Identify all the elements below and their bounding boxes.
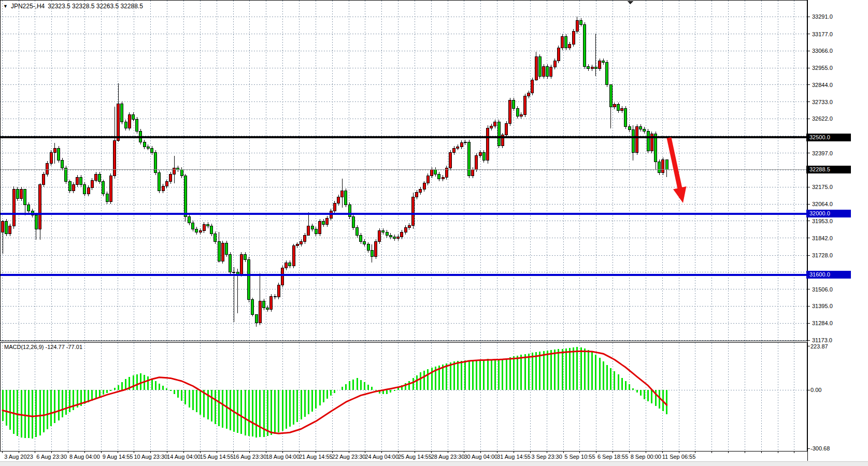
- chart-shift-marker[interactable]: [627, 1, 633, 4]
- time-axis-label: 11 Sep 06:55: [662, 453, 696, 460]
- symbol-dropdown-icon[interactable]: ▼: [3, 4, 8, 9]
- price-axis-label: 33177.0: [812, 31, 833, 38]
- time-axis-label: 3 Sep 23:30: [532, 453, 562, 460]
- price-axis-label: 32955.0: [812, 64, 833, 71]
- price-axis-label: 31842.0: [812, 235, 833, 242]
- time-axis-label: 18 Aug 04:00: [266, 453, 300, 460]
- time-axis-label: 31 Aug 14:55: [497, 453, 531, 460]
- trading-chart-window: ▼ JPN225-,H4 32323.5 32328.5 32263.5 322…: [0, 0, 868, 466]
- chart-canvas[interactable]: [0, 0, 868, 466]
- macd-axis-label: -300.68: [810, 445, 830, 452]
- bottom-strip: [0, 461, 868, 466]
- macd-axis-label: 223.87: [810, 343, 828, 350]
- price-axis-label: 31506.0: [812, 286, 833, 293]
- price-axis-label: 32064.0: [812, 200, 833, 208]
- time-axis-label: 8 Sep 00:00: [631, 453, 661, 460]
- time-axis-label: 24 Aug 04:00: [365, 453, 399, 460]
- macd-axis-label: 0.00: [810, 386, 821, 394]
- time-axis-label: 25 Aug 14:55: [398, 453, 432, 460]
- time-axis-label: 16 Aug 23:30: [233, 453, 266, 460]
- time-axis-label: 9 Aug 14:55: [103, 453, 133, 460]
- price-tag-32500.0: 32500.0: [806, 134, 851, 141]
- price-axis-label: 32622.0: [812, 115, 833, 122]
- grid: [0, 1, 807, 451]
- time-axis-label: 6 Sep 18:55: [597, 453, 628, 460]
- time-axis-label: 28 Aug 23:30: [431, 453, 465, 460]
- macd-indicator-label: MACD(12,26,9) -124.77 -77.01: [4, 344, 82, 350]
- symbol-period-label: JPN225-,H4: [11, 3, 45, 10]
- price-axis-label: 31395.0: [812, 302, 833, 310]
- time-axis-label: 21 Aug 14:55: [299, 453, 333, 460]
- time-axis-label: 6 Aug 23:30: [36, 453, 67, 460]
- time-axis-label: 14 Aug 04:00: [167, 453, 201, 460]
- price-axis-label: 32844.0: [812, 81, 833, 89]
- time-axis-label: 5 Sep 10:55: [564, 453, 595, 460]
- price-axis-label: 32733.0: [812, 98, 833, 106]
- price-axis-label: 33291.0: [812, 13, 833, 20]
- time-axis-label: 22 Aug 23:30: [332, 453, 366, 460]
- macd-histogram: [3, 347, 667, 439]
- price-tag-32288.5: 32288.5: [806, 166, 851, 173]
- price-axis-label: 33066.0: [812, 47, 833, 54]
- price-axis-label: 31953.0: [812, 217, 833, 225]
- price-axis-label: 31728.0: [812, 252, 833, 259]
- price-axis-label: 32397.0: [812, 150, 833, 157]
- time-axis-label: 10 Aug 23:30: [134, 453, 167, 460]
- price-axis-label: 32175.0: [812, 183, 833, 191]
- time-axis-label: 30 Aug 04:00: [464, 453, 497, 460]
- chart-title: ▼ JPN225-,H4 32323.5 32328.5 32263.5 322…: [3, 3, 143, 10]
- time-axis-label: 8 Aug 04:00: [69, 453, 100, 460]
- price-tag-32000.0: 32000.0: [806, 210, 851, 217]
- time-axis-label: 3 Aug 2023: [4, 453, 33, 460]
- time-axis-label: 15 Aug 14:55: [200, 453, 234, 460]
- price-axis-label: 31284.0: [812, 319, 833, 327]
- ohlc-values: 32323.5 32328.5 32263.5 32288.5: [48, 3, 143, 10]
- trend-arrow-head[interactable]: [673, 186, 686, 203]
- price-tag-31600.0: 31600.0: [806, 271, 851, 279]
